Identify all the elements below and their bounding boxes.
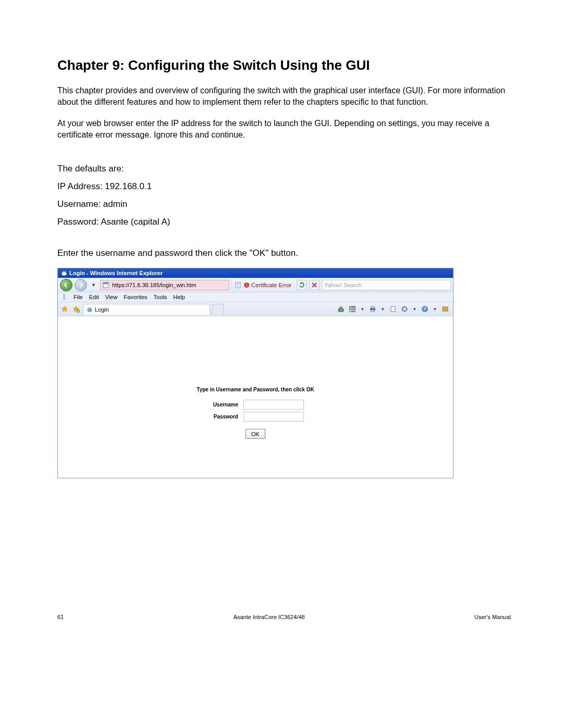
chapter-title: Chapter 9: Configuring the Switch Using … [57,57,511,73]
svg-text:!: ! [246,283,247,288]
menu-bar: File Edit View Favorites Tools Help [58,292,453,302]
cert-error-text: Certificate Error [251,282,291,288]
password-label: Password [207,414,238,419]
svg-rect-2 [103,282,108,284]
page-footer: 61 Asante IntraCore IC3624/48 User's Man… [57,614,511,620]
tab-bar: Login ▾ ▾ ▾ ? ▾ [58,302,453,316]
url-input[interactable] [111,281,227,289]
search-box[interactable]: Yahoo! Search [322,280,451,290]
favorites-star-icon[interactable] [60,304,69,314]
print-icon[interactable] [368,304,377,314]
new-tab-button[interactable] [212,304,224,315]
svg-text:?: ? [423,306,426,312]
tools-icon[interactable] [400,304,409,314]
svg-rect-9 [371,306,374,308]
search-placeholder: Yahoo! Search [324,282,362,288]
menu-help[interactable]: Help [173,294,185,300]
feeds-icon[interactable] [348,304,357,314]
stop-button[interactable] [309,280,320,290]
svg-rect-15 [443,307,448,311]
page-number: 61 [57,614,64,620]
page-icon [103,282,109,288]
window-title-text: Login - Windows Internet Explorer [69,270,163,276]
menu-favorites[interactable]: Favorites [124,294,147,300]
footer-center: Asante IntraCore IC3624/48 [234,614,305,620]
login-prompt: Type in Username and Password, then clic… [197,387,314,392]
default-password: Password: Asante (capital A) [57,217,511,227]
intro-paragraph-1: This chapter provides and overview of co… [57,85,511,107]
research-icon[interactable] [440,304,450,314]
nav-history-dropdown[interactable]: ▼ [89,282,98,288]
svg-point-7 [350,310,352,312]
ie-window: Login - Windows Internet Explorer ▼ ˅ ! … [57,268,454,478]
help-icon[interactable]: ? [420,304,430,314]
page-content: Type in Username and Password, then clic… [58,316,453,478]
command-bar: ▾ ▾ ▾ ? ▾ [336,304,451,314]
menu-view[interactable]: View [105,294,118,300]
menu-file[interactable]: File [74,294,83,300]
back-button[interactable] [60,279,72,291]
ie-logo-icon [61,270,67,276]
print-dropdown[interactable]: ▾ [380,306,386,312]
tab-label: Login [95,306,109,313]
refresh-button[interactable] [297,280,307,290]
defaults-heading: The defaults are: [57,164,511,174]
login-form: Type in Username and Password, then clic… [197,387,314,439]
page-icon[interactable] [388,304,398,314]
default-ip: IP Address: 192.168.0.1 [57,181,511,192]
intro-paragraph-2: At your web browser enter the IP address… [57,118,511,140]
enter-instruction: Enter the username and password then cli… [57,248,511,258]
certificate-error-badge[interactable]: ˅ ! Certificate Error [231,280,295,290]
svg-rect-10 [371,310,374,312]
password-input[interactable] [243,412,304,422]
ok-button[interactable]: OK [246,429,265,439]
svg-rect-11 [391,306,395,312]
defaults-block: The defaults are: IP Address: 192.168.0.… [57,164,511,227]
menu-edit[interactable]: Edit [89,294,99,300]
menu-tools[interactable]: Tools [154,294,167,300]
home-icon[interactable] [336,304,346,314]
shield-warning-icon: ! [243,282,250,288]
tools-dropdown[interactable]: ▾ [411,306,418,312]
address-bar[interactable] [100,280,229,290]
username-input[interactable] [243,400,304,410]
add-favorites-icon[interactable] [71,304,81,314]
feeds-dropdown[interactable]: ▾ [359,306,366,312]
browser-tab[interactable]: Login [83,304,210,315]
username-label: Username [207,402,238,408]
address-bar-row: ▼ ˅ ! Certificate Error Yahoo! Search [58,278,453,292]
url-dropdown-icon[interactable]: ˅ [235,282,241,288]
svg-rect-6 [349,306,356,312]
default-username: Username: admin [57,199,511,209]
tab-favicon-icon [87,306,93,313]
help-dropdown[interactable]: ▾ [432,306,438,312]
window-title-bar: Login - Windows Internet Explorer [58,268,453,278]
footer-right: User's Manual [474,614,511,620]
toolbar-grip-icon [63,294,65,300]
forward-button[interactable] [75,279,87,291]
